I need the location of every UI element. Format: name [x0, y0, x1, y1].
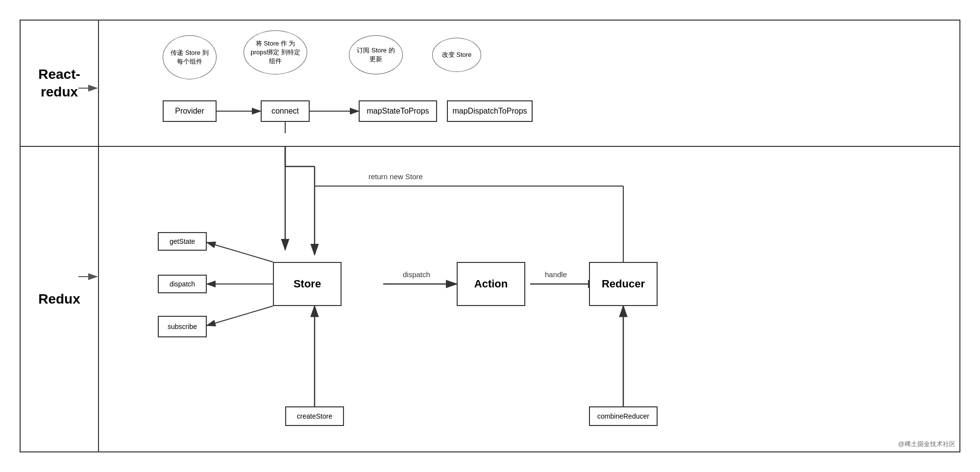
top-section: React- redux	[20, 20, 960, 147]
bottom-section: Redux	[20, 147, 960, 452]
handle-label: handle	[545, 270, 567, 279]
dispatch-label: dispatch	[403, 270, 430, 279]
createstore-box: createStore	[285, 406, 344, 426]
diagram-container: React- redux	[20, 20, 960, 452]
store-box: Store	[273, 262, 342, 306]
react-redux-arrow	[78, 83, 103, 93]
provider-box: Provider	[163, 100, 217, 122]
svg-line-24	[207, 242, 273, 262]
redux-arrow	[78, 272, 103, 282]
redux-label: Redux	[38, 290, 80, 308]
return-store-label: return new Store	[368, 172, 423, 181]
top-arrows-svg	[99, 21, 959, 146]
top-section-content: 传递 Store 到 每个组件 将 Store 作 为props绑定 到特定组件…	[99, 21, 959, 146]
redux-label-box: Redux	[21, 147, 99, 451]
map-state-box: mapStateToProps	[359, 100, 437, 122]
combinereducer-box: combineReducer	[589, 406, 658, 426]
provider-bubble: 传递 Store 到 每个组件	[163, 35, 217, 79]
bottom-arrows-svg	[99, 147, 959, 451]
getstate-box: getState	[158, 232, 207, 251]
map-dispatch-bubble: 改变 Store	[432, 38, 481, 72]
subscribe-box: subscribe	[158, 316, 207, 337]
bottom-section-content: return new Store dispatch handle getStat…	[99, 147, 959, 451]
map-state-bubble: 订阅 Store 的 更新	[349, 35, 403, 74]
svg-line-26	[207, 306, 273, 326]
map-dispatch-box: mapDispatchToProps	[447, 100, 533, 122]
action-box: Action	[457, 262, 525, 306]
reducer-box: Reducer	[589, 262, 658, 306]
watermark: @稀土掘金技术社区	[898, 440, 956, 448]
connect-box: connect	[261, 100, 310, 122]
dispatch-small-box: dispatch	[158, 275, 207, 293]
connect-bubble: 将 Store 作 为props绑定 到特定组件	[244, 30, 307, 74]
